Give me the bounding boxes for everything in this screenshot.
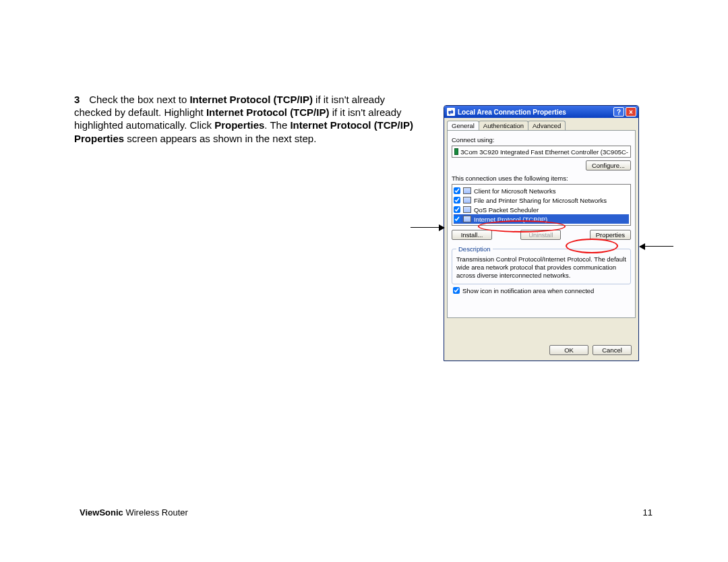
window-title: Local Area Connection Properties: [458, 108, 566, 116]
tab-general[interactable]: General: [447, 121, 479, 130]
item-checkbox[interactable]: [454, 197, 460, 204]
page-footer: ViewSonic Wireless Router 11: [80, 507, 653, 518]
dialog-buttons: OK Cancel: [549, 345, 632, 355]
list-item[interactable]: QoS Packet Scheduler: [454, 205, 629, 214]
titlebar: ⇄ Local Area Connection Properties ? ×: [444, 106, 638, 118]
list-item[interactable]: Client for Microsoft Networks: [454, 186, 629, 195]
list-item-selected[interactable]: Internet Protocol (TCP/IP): [454, 214, 629, 224]
tab-authentication[interactable]: Authentication: [479, 121, 528, 130]
nic-icon: [454, 148, 458, 155]
ok-button[interactable]: OK: [549, 345, 588, 355]
description-text: Transmission Control Protocol/Internet P…: [456, 255, 626, 280]
nic-name: 3Com 3C920 Integrated Fast Ethernet Cont…: [460, 148, 628, 156]
configure-button[interactable]: Configure...: [586, 160, 631, 170]
callout-arrow-left: [411, 227, 444, 228]
share-icon: [463, 197, 471, 204]
qos-icon: [463, 206, 471, 213]
show-icon-row[interactable]: Show icon in notification area when conn…: [453, 287, 630, 294]
item-buttons: Install... Uninstall Properties: [452, 230, 631, 240]
client-icon: [463, 187, 471, 194]
tab-panel: Connect using: 3Com 3C920 Integrated Fas…: [447, 130, 636, 318]
items-list[interactable]: Client for Microsoft Networks File and P…: [452, 184, 631, 226]
dialog-illustration: ⇄ Local Area Connection Properties ? × G…: [444, 105, 639, 361]
instruction-step: 3 Check the box next to Internet Protoco…: [74, 93, 425, 145]
show-icon-checkbox[interactable]: [453, 287, 460, 294]
description-legend: Description: [456, 245, 493, 253]
tcpip-icon: [463, 216, 471, 222]
close-button[interactable]: ×: [626, 107, 636, 117]
nic-field: 3Com 3C920 Integrated Fast Ethernet Cont…: [452, 146, 631, 158]
properties-button[interactable]: Properties: [590, 230, 631, 240]
list-item[interactable]: File and Printer Sharing for Microsoft N…: [454, 195, 629, 205]
install-button[interactable]: Install...: [452, 230, 492, 240]
show-icon-label: Show icon in notification area when conn…: [462, 287, 594, 294]
connect-using-label: Connect using:: [452, 136, 631, 144]
page-number: 11: [643, 507, 653, 518]
description-box: Description Transmission Control Protoco…: [452, 245, 631, 284]
tab-strip: General Authentication Advanced: [444, 118, 638, 130]
item-checkbox[interactable]: [454, 187, 460, 194]
uninstall-button: Uninstall: [520, 230, 561, 240]
footer-product: Wireless Router: [123, 507, 188, 518]
tab-advanced[interactable]: Advanced: [528, 121, 566, 130]
callout-arrow-right: [640, 246, 673, 247]
item-checkbox[interactable]: [454, 206, 460, 213]
footer-brand: ViewSonic: [80, 507, 123, 518]
window-icon: ⇄: [447, 108, 455, 116]
items-label: This connection uses the following items…: [452, 175, 631, 182]
step-number: 3: [74, 93, 86, 106]
help-button[interactable]: ?: [613, 107, 624, 117]
cancel-button[interactable]: Cancel: [593, 345, 632, 355]
step-text: Check the box next to Internet Protocol …: [74, 94, 413, 144]
properties-dialog: ⇄ Local Area Connection Properties ? × G…: [444, 105, 639, 361]
item-checkbox[interactable]: [454, 216, 460, 222]
